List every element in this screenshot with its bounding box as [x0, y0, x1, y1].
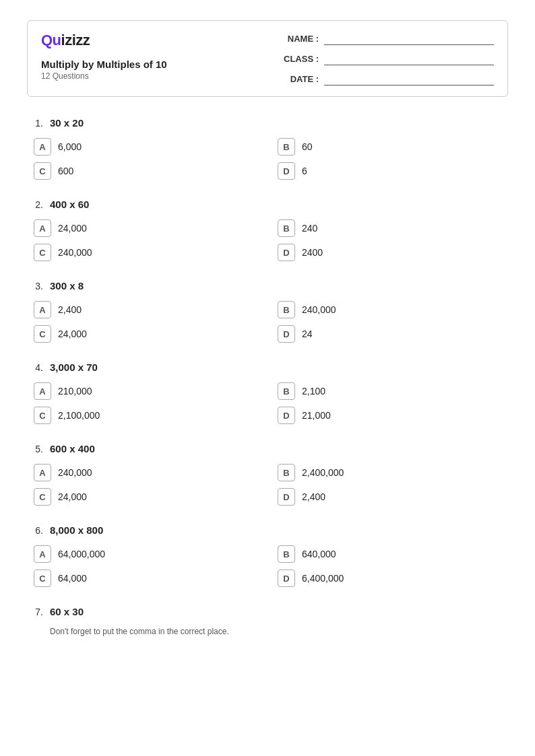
option-4-a[interactable]: A210,000 — [34, 382, 264, 400]
option-1-a[interactable]: A6,000 — [34, 138, 264, 156]
date-row: DATE : — [278, 72, 494, 85]
option-value-5-d: 2,400 — [302, 491, 325, 502]
class-line — [324, 52, 494, 65]
option-3-d[interactable]: D24 — [278, 325, 508, 343]
option-5-d[interactable]: D2,400 — [278, 488, 508, 506]
question-note-7: Don't forget to put the comma in the cor… — [50, 627, 508, 636]
option-letter-3-a: A — [34, 301, 51, 318]
name-row: NAME : — [278, 32, 494, 45]
option-4-b[interactable]: B2,100 — [278, 382, 508, 400]
option-letter-5-b: B — [278, 464, 295, 481]
question-text-5: 600 x 400 — [50, 443, 95, 454]
option-6-d[interactable]: D6,400,000 — [278, 570, 508, 587]
question-header-1: 1.30 x 20 — [27, 117, 508, 129]
question-header-7: 7.60 x 30 — [27, 606, 508, 617]
option-letter-2-b: B — [278, 219, 295, 237]
logo-area: Quizizz Multiply by Multiples of 10 12 Q… — [41, 32, 167, 81]
option-value-4-d: 21,000 — [302, 410, 331, 421]
option-value-1-a: 6,000 — [58, 141, 82, 152]
option-value-3-c: 24,000 — [58, 329, 87, 339]
name-line — [324, 32, 494, 45]
question-block-5: 5.600 x 400A240,000B2,400,000C24,000D2,4… — [27, 443, 508, 506]
option-value-5-c: 24,000 — [58, 491, 87, 502]
option-letter-5-c: C — [34, 488, 51, 506]
option-letter-3-d: D — [278, 325, 295, 343]
option-letter-4-c: C — [34, 407, 51, 424]
option-5-a[interactable]: A240,000 — [34, 464, 264, 481]
option-letter-6-b: B — [278, 545, 295, 563]
option-value-3-d: 24 — [302, 329, 313, 339]
option-6-b[interactable]: B640,000 — [278, 545, 508, 563]
question-header-6: 6.8,000 x 800 — [27, 524, 508, 536]
quiz-subtitle: 12 Questions — [41, 71, 167, 81]
option-value-5-a: 240,000 — [58, 467, 92, 478]
options-grid-2: A24,000B240C240,000D2400 — [34, 219, 508, 261]
question-header-5: 5.600 x 400 — [27, 443, 508, 454]
question-number-1: 1. — [27, 118, 43, 129]
option-value-4-c: 2,100,000 — [58, 410, 100, 421]
quizizz-logo: Quizizz — [41, 32, 167, 49]
option-1-b[interactable]: B60 — [278, 138, 508, 156]
question-number-2: 2. — [27, 199, 43, 210]
question-text-6: 8,000 x 800 — [50, 524, 103, 536]
quiz-title: Multiply by Multiples of 10 — [41, 59, 167, 70]
option-letter-6-d: D — [278, 570, 295, 587]
option-5-b[interactable]: B2,400,000 — [278, 464, 508, 481]
question-header-2: 2.400 x 60 — [27, 199, 508, 210]
options-grid-6: A64,000,000B640,000C64,000D6,400,000 — [34, 545, 508, 587]
option-2-d[interactable]: D2400 — [278, 244, 508, 261]
option-value-2-a: 24,000 — [58, 223, 87, 234]
question-number-5: 5. — [27, 444, 43, 454]
option-1-c[interactable]: C600 — [34, 162, 264, 180]
option-5-c[interactable]: C24,000 — [34, 488, 264, 506]
question-text-1: 30 x 20 — [50, 117, 84, 129]
option-value-2-d: 2400 — [302, 247, 323, 258]
options-grid-4: A210,000B2,100C2,100,000D21,000 — [34, 382, 508, 424]
option-letter-4-a: A — [34, 382, 51, 400]
option-1-d[interactable]: D6 — [278, 162, 508, 180]
form-fields: NAME : CLASS : DATE : — [278, 32, 494, 85]
options-grid-3: A2,400B240,000C24,000D24 — [34, 301, 508, 343]
question-text-2: 400 x 60 — [50, 199, 89, 210]
option-letter-6-a: A — [34, 545, 51, 563]
option-value-6-b: 640,000 — [302, 549, 336, 559]
option-letter-2-d: D — [278, 244, 295, 261]
option-value-1-c: 600 — [58, 166, 73, 176]
logo-izizz: izizz — [61, 32, 90, 48]
class-label: CLASS : — [278, 54, 319, 64]
question-number-7: 7. — [27, 607, 43, 617]
option-2-b[interactable]: B240 — [278, 219, 508, 237]
question-block-4: 4.3,000 x 70A210,000B2,100C2,100,000D21,… — [27, 362, 508, 424]
option-letter-2-c: C — [34, 244, 51, 261]
option-6-a[interactable]: A64,000,000 — [34, 545, 264, 563]
option-2-a[interactable]: A24,000 — [34, 219, 264, 237]
option-6-c[interactable]: C64,000 — [34, 570, 264, 587]
option-value-6-d: 6,400,000 — [302, 573, 344, 584]
option-4-d[interactable]: D21,000 — [278, 407, 508, 424]
options-grid-1: A6,000B60C600D6 — [34, 138, 508, 180]
option-letter-1-a: A — [34, 138, 51, 156]
question-number-4: 4. — [27, 362, 43, 373]
option-letter-5-a: A — [34, 464, 51, 481]
class-row: CLASS : — [278, 52, 494, 65]
option-value-6-c: 64,000 — [58, 573, 87, 584]
option-3-a[interactable]: A2,400 — [34, 301, 264, 318]
question-block-1: 1.30 x 20A6,000B60C600D6 — [27, 117, 508, 180]
name-label: NAME : — [278, 34, 319, 44]
option-3-c[interactable]: C24,000 — [34, 325, 264, 343]
question-header-4: 4.3,000 x 70 — [27, 362, 508, 373]
option-4-c[interactable]: C2,100,000 — [34, 407, 264, 424]
option-value-1-b: 60 — [302, 141, 313, 152]
option-letter-1-c: C — [34, 162, 51, 180]
question-header-3: 3.300 x 8 — [27, 280, 508, 291]
questions-container: 1.30 x 20A6,000B60C600D62.400 x 60A24,00… — [27, 117, 508, 636]
question-text-3: 300 x 8 — [50, 280, 84, 291]
option-2-c[interactable]: C240,000 — [34, 244, 264, 261]
question-block-7: 7.60 x 30Don't forget to put the comma i… — [27, 606, 508, 636]
header-card: Quizizz Multiply by Multiples of 10 12 Q… — [27, 20, 508, 97]
question-text-7: 60 x 30 — [50, 606, 84, 617]
option-3-b[interactable]: B240,000 — [278, 301, 508, 318]
question-block-2: 2.400 x 60A24,000B240C240,000D2400 — [27, 199, 508, 261]
option-letter-4-b: B — [278, 382, 295, 400]
option-letter-3-b: B — [278, 301, 295, 318]
